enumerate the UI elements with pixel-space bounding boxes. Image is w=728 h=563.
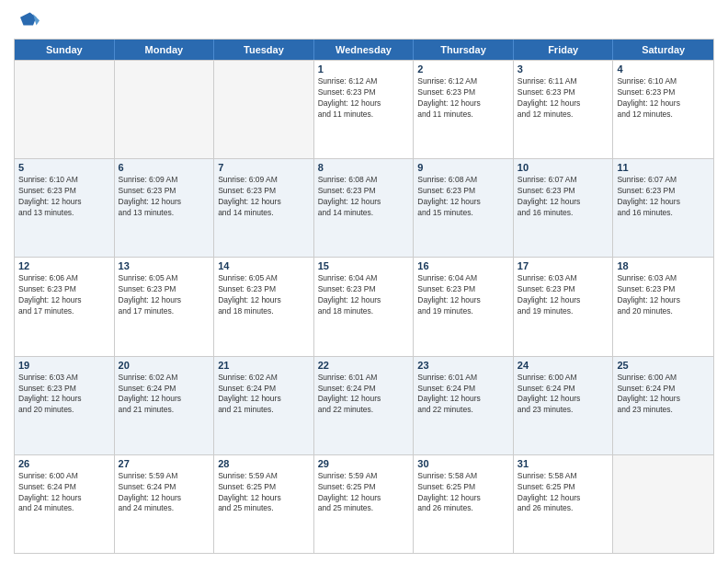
day-info: Sunrise: 5:59 AM Sunset: 6:25 PM Dayligh… — [218, 471, 310, 515]
day-number: 21 — [218, 360, 310, 371]
day-number: 15 — [318, 260, 410, 271]
calendar-cell: 29Sunrise: 5:59 AM Sunset: 6:25 PM Dayli… — [314, 455, 415, 553]
calendar-cell — [613, 455, 713, 553]
calendar-cell: 1Sunrise: 6:12 AM Sunset: 6:23 PM Daylig… — [314, 61, 415, 158]
calendar-cell: 24Sunrise: 6:00 AM Sunset: 6:24 PM Dayli… — [514, 357, 614, 454]
day-number: 27 — [119, 458, 210, 469]
day-info: Sunrise: 6:05 AM Sunset: 6:23 PM Dayligh… — [119, 273, 210, 317]
calendar-cell: 5Sunrise: 6:10 AM Sunset: 6:23 PM Daylig… — [15, 159, 115, 257]
day-info: Sunrise: 6:07 AM Sunset: 6:23 PM Dayligh… — [617, 175, 710, 219]
calendar-cell: 2Sunrise: 6:12 AM Sunset: 6:23 PM Daylig… — [414, 61, 514, 158]
day-info: Sunrise: 6:05 AM Sunset: 6:23 PM Dayligh… — [218, 273, 310, 317]
calendar-cell: 23Sunrise: 6:01 AM Sunset: 6:24 PM Dayli… — [414, 357, 514, 454]
day-info: Sunrise: 6:04 AM Sunset: 6:23 PM Dayligh… — [417, 273, 509, 317]
calendar-cell: 8Sunrise: 6:08 AM Sunset: 6:23 PM Daylig… — [314, 159, 415, 257]
calendar-cell — [15, 61, 115, 158]
day-info: Sunrise: 6:12 AM Sunset: 6:23 PM Dayligh… — [417, 76, 509, 121]
day-number: 20 — [119, 360, 210, 371]
header-cell-monday: Monday — [115, 40, 215, 60]
header-cell-tuesday: Tuesday — [214, 40, 314, 60]
calendar-body: 1Sunrise: 6:12 AM Sunset: 6:23 PM Daylig… — [15, 60, 713, 553]
calendar-cell: 14Sunrise: 6:05 AM Sunset: 6:23 PM Dayli… — [214, 258, 314, 355]
day-info: Sunrise: 6:11 AM Sunset: 6:23 PM Dayligh… — [518, 76, 609, 121]
header-cell-wednesday: Wednesday — [314, 40, 415, 60]
day-info: Sunrise: 6:01 AM Sunset: 6:24 PM Dayligh… — [417, 373, 509, 417]
day-info: Sunrise: 5:59 AM Sunset: 6:24 PM Dayligh… — [119, 471, 210, 515]
day-info: Sunrise: 6:10 AM Sunset: 6:23 PM Dayligh… — [18, 175, 110, 219]
day-number: 12 — [18, 260, 110, 271]
day-info: Sunrise: 6:06 AM Sunset: 6:23 PM Dayligh… — [18, 273, 110, 317]
day-info: Sunrise: 6:03 AM Sunset: 6:23 PM Dayligh… — [617, 273, 710, 317]
day-number: 18 — [617, 260, 710, 271]
calendar-cell: 20Sunrise: 6:02 AM Sunset: 6:24 PM Dayli… — [115, 357, 215, 454]
calendar-cell: 12Sunrise: 6:06 AM Sunset: 6:23 PM Dayli… — [15, 258, 115, 355]
calendar-cell: 25Sunrise: 6:00 AM Sunset: 6:24 PM Dayli… — [613, 357, 713, 454]
day-info: Sunrise: 6:12 AM Sunset: 6:23 PM Dayligh… — [318, 76, 410, 121]
day-info: Sunrise: 6:03 AM Sunset: 6:23 PM Dayligh… — [518, 273, 609, 317]
logo — [14, 9, 43, 35]
calendar-cell: 30Sunrise: 5:58 AM Sunset: 6:25 PM Dayli… — [414, 455, 514, 553]
calendar-cell: 16Sunrise: 6:04 AM Sunset: 6:23 PM Dayli… — [414, 258, 514, 355]
calendar-cell: 9Sunrise: 6:08 AM Sunset: 6:23 PM Daylig… — [414, 159, 514, 257]
header-cell-sunday: Sunday — [15, 40, 115, 60]
day-info: Sunrise: 5:58 AM Sunset: 6:25 PM Dayligh… — [417, 471, 509, 515]
calendar-cell: 28Sunrise: 5:59 AM Sunset: 6:25 PM Dayli… — [214, 455, 314, 553]
day-number: 2 — [417, 63, 509, 75]
day-number: 23 — [417, 360, 509, 371]
day-number: 14 — [218, 260, 310, 271]
day-info: Sunrise: 6:09 AM Sunset: 6:23 PM Dayligh… — [119, 175, 210, 219]
calendar-cell: 6Sunrise: 6:09 AM Sunset: 6:23 PM Daylig… — [115, 159, 215, 257]
day-number: 22 — [318, 360, 410, 371]
day-number: 10 — [518, 162, 609, 173]
day-number: 11 — [617, 162, 710, 173]
day-number: 31 — [518, 458, 609, 469]
calendar-header: SundayMondayTuesdayWednesdayThursdayFrid… — [15, 40, 713, 60]
calendar: SundayMondayTuesdayWednesdayThursdayFrid… — [14, 39, 714, 554]
calendar-cell: 18Sunrise: 6:03 AM Sunset: 6:23 PM Dayli… — [613, 258, 713, 355]
day-info: Sunrise: 6:03 AM Sunset: 6:23 PM Dayligh… — [18, 373, 110, 417]
day-info: Sunrise: 5:58 AM Sunset: 6:25 PM Dayligh… — [518, 471, 609, 515]
calendar-cell: 7Sunrise: 6:09 AM Sunset: 6:23 PM Daylig… — [214, 159, 314, 257]
calendar-row-4: 26Sunrise: 6:00 AM Sunset: 6:24 PM Dayli… — [15, 454, 713, 553]
calendar-cell: 11Sunrise: 6:07 AM Sunset: 6:23 PM Dayli… — [613, 159, 713, 257]
day-number: 4 — [617, 63, 710, 75]
day-info: Sunrise: 6:02 AM Sunset: 6:24 PM Dayligh… — [218, 373, 310, 417]
calendar-cell: 31Sunrise: 5:58 AM Sunset: 6:25 PM Dayli… — [514, 455, 614, 553]
calendar-row-1: 5Sunrise: 6:10 AM Sunset: 6:23 PM Daylig… — [15, 158, 713, 257]
day-number: 28 — [218, 458, 310, 469]
day-info: Sunrise: 6:10 AM Sunset: 6:23 PM Dayligh… — [617, 76, 710, 121]
calendar-cell: 4Sunrise: 6:10 AM Sunset: 6:23 PM Daylig… — [613, 61, 713, 158]
header-cell-saturday: Saturday — [613, 40, 713, 60]
calendar-row-0: 1Sunrise: 6:12 AM Sunset: 6:23 PM Daylig… — [15, 60, 713, 158]
header — [14, 9, 714, 35]
day-number: 16 — [417, 260, 509, 271]
day-info: Sunrise: 6:02 AM Sunset: 6:24 PM Dayligh… — [119, 373, 210, 417]
day-number: 3 — [518, 63, 609, 75]
day-number: 24 — [518, 360, 609, 371]
day-number: 8 — [318, 162, 410, 173]
calendar-cell: 22Sunrise: 6:01 AM Sunset: 6:24 PM Dayli… — [314, 357, 415, 454]
day-number: 30 — [417, 458, 509, 469]
day-number: 6 — [119, 162, 210, 173]
day-number: 29 — [318, 458, 410, 469]
day-info: Sunrise: 6:00 AM Sunset: 6:24 PM Dayligh… — [18, 471, 110, 515]
header-cell-thursday: Thursday — [414, 40, 514, 60]
day-info: Sunrise: 5:59 AM Sunset: 6:25 PM Dayligh… — [318, 471, 410, 515]
day-number: 13 — [119, 260, 210, 271]
day-info: Sunrise: 6:01 AM Sunset: 6:24 PM Dayligh… — [318, 373, 410, 417]
calendar-cell: 3Sunrise: 6:11 AM Sunset: 6:23 PM Daylig… — [514, 61, 614, 158]
svg-marker-1 — [20, 13, 37, 26]
day-number: 25 — [617, 360, 710, 371]
calendar-cell: 19Sunrise: 6:03 AM Sunset: 6:23 PM Dayli… — [15, 357, 115, 454]
day-info: Sunrise: 6:08 AM Sunset: 6:23 PM Dayligh… — [318, 175, 410, 219]
day-number: 1 — [318, 63, 410, 75]
day-number: 26 — [18, 458, 110, 469]
day-info: Sunrise: 6:00 AM Sunset: 6:24 PM Dayligh… — [617, 373, 710, 417]
calendar-cell — [214, 61, 314, 158]
day-info: Sunrise: 6:04 AM Sunset: 6:23 PM Dayligh… — [318, 273, 410, 317]
day-number: 7 — [218, 162, 310, 173]
calendar-cell: 27Sunrise: 5:59 AM Sunset: 6:24 PM Dayli… — [115, 455, 215, 553]
day-number: 9 — [417, 162, 509, 173]
day-info: Sunrise: 6:09 AM Sunset: 6:23 PM Dayligh… — [218, 175, 310, 219]
calendar-cell: 10Sunrise: 6:07 AM Sunset: 6:23 PM Dayli… — [514, 159, 614, 257]
